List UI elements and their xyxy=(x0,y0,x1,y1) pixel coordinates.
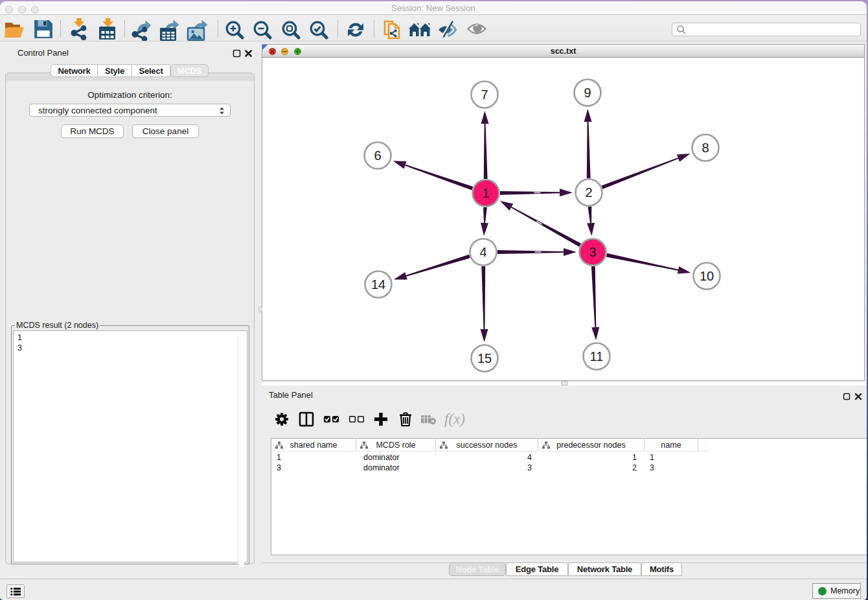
svg-text:6: 6 xyxy=(374,148,381,163)
svg-text:11: 11 xyxy=(590,349,604,363)
svg-text:1: 1 xyxy=(482,186,489,200)
svg-text:10: 10 xyxy=(700,269,714,283)
svg-text:3: 3 xyxy=(589,245,596,259)
svg-text:14: 14 xyxy=(371,277,385,292)
svg-text:7: 7 xyxy=(481,87,488,102)
svg-text:15: 15 xyxy=(477,351,492,365)
svg-text:8: 8 xyxy=(702,141,709,155)
svg-text:2: 2 xyxy=(585,185,592,200)
svg-text:9: 9 xyxy=(584,86,591,100)
svg-text:4: 4 xyxy=(479,245,486,259)
